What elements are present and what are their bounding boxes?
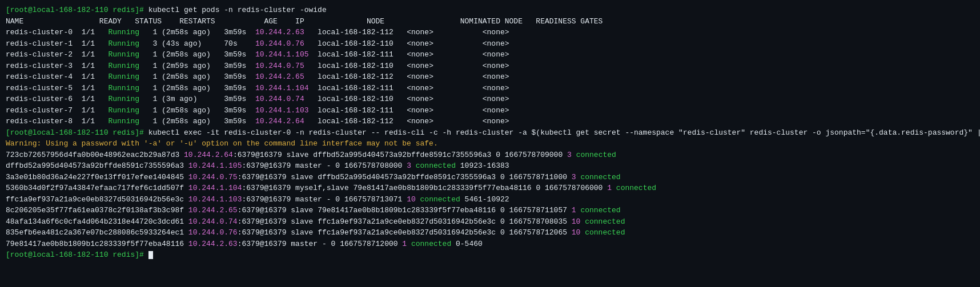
pod-row-8: redis-cluster-8 1/1 Running 1 (2m58s ago… xyxy=(6,116,974,127)
pod-row-2: redis-cluster-2 1/1 Running 1 (2m58s ago… xyxy=(6,49,974,60)
warning-line: Warning: Using a password with '-a' or '… xyxy=(6,138,974,149)
cmd-1: kubectl get pods -n redis-cluster -owide xyxy=(148,6,327,14)
cluster-node-6: 8c206205e35f77fa61ea0378c2f0138af3b3c98f… xyxy=(6,205,974,216)
cluster-node-2: dffbd52a995d404573a92bffde8591c7355596a3… xyxy=(6,160,974,172)
cluster-node-8: 835efb6ea481c2a367e07bc288086c5933264ec1… xyxy=(6,227,974,239)
final-prompt-line: [root@local-168-182-110 redis]# xyxy=(6,249,974,261)
prompt-2: [root@local-168-182-110 redis]# xyxy=(6,128,148,137)
final-prompt: [root@local-168-182-110 redis]# xyxy=(6,250,148,259)
command-line-2: [root@local-168-182-110 redis]# kubectl … xyxy=(6,127,974,139)
terminal: [root@local-168-182-110 redis]# kubectl … xyxy=(6,5,974,261)
pod-row-7: redis-cluster-7 1/1 Running 1 (2m58s ago… xyxy=(6,105,974,116)
cluster-node-5: ffc1a9ef937a21a9ce0eb8327d50316942b56e3c… xyxy=(6,194,974,205)
command-line-1: [root@local-168-182-110 redis]# kubectl … xyxy=(6,5,974,16)
pod-row-6: redis-cluster-6 1/1 Running 1 (3m ago) 3… xyxy=(6,94,974,105)
pods-header: NAME READY STATUS RESTARTS AGE IP NODE N… xyxy=(6,16,974,27)
cluster-node-4: 5360b34d0f2f97a43847efaac717fef6c1dd507f… xyxy=(6,183,974,194)
cluster-node-1: 723cb72657956d4fa0b00e48962eac2b29a87d3 … xyxy=(6,149,974,161)
pod-row-1: redis-cluster-1 1/1 Running 3 (43s ago) … xyxy=(6,38,974,50)
cluster-node-9: 79e81417ae0b8b1809b1c283339f5f77eba48116… xyxy=(6,239,974,250)
cluster-node-3: 3a3e01b80d36a24e227f0e13ff017efee1404845… xyxy=(6,172,974,183)
cmd-2: kubectl exec -it redis-cluster-0 -n redi… xyxy=(148,128,980,137)
cursor-block xyxy=(148,251,153,259)
pod-row-0: redis-cluster-0 1/1 Running 1 (2m58s ago… xyxy=(6,27,974,38)
warning-text: Warning: Using a password with '-a' or '… xyxy=(6,139,438,148)
pod-row-4: redis-cluster-4 1/1 Running 1 (2m58s ago… xyxy=(6,71,974,83)
pod-row-3: redis-cluster-3 1/1 Running 1 (2m59s ago… xyxy=(6,60,974,72)
cluster-node-7: 48afa134a6f6c0cfa4d064b2318e44720c3dcd61… xyxy=(6,216,974,228)
prompt-1: [root@local-168-182-110 redis]# xyxy=(6,6,148,14)
pod-row-5: redis-cluster-5 1/1 Running 1 (2m58s ago… xyxy=(6,83,974,94)
